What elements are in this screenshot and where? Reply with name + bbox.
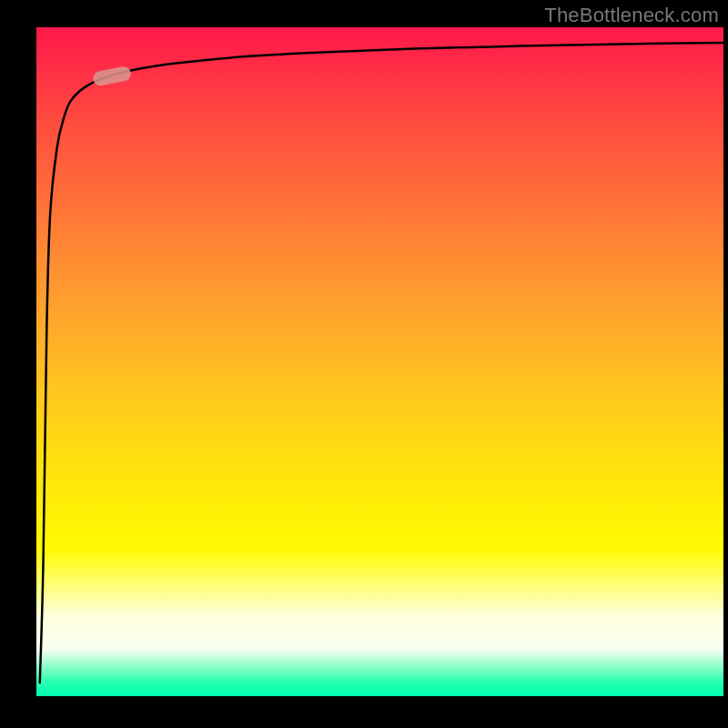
chart-frame: TheBottleneck.com [0,0,728,728]
plot-area [36,27,723,696]
gradient-fill [36,27,723,696]
watermark-label: TheBottleneck.com [544,4,719,27]
